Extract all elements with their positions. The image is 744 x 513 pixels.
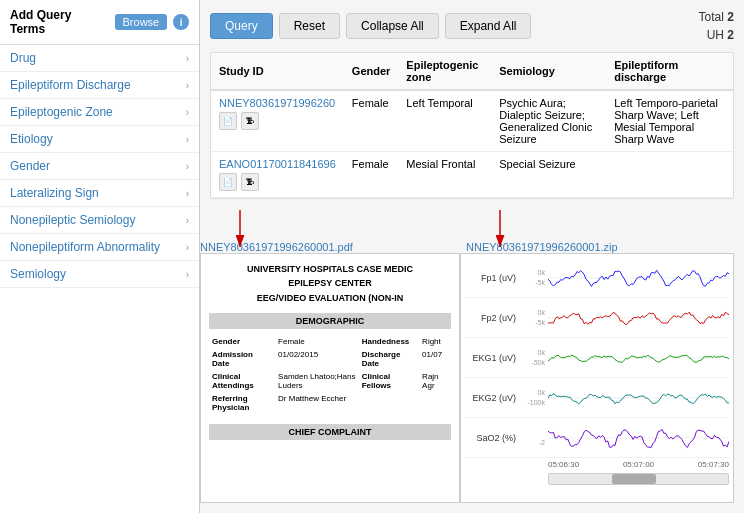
sidebar-item-label-nonepileptic-semiology: Nonepileptic Semiology	[10, 213, 135, 227]
eeg-channels-container: Fp1 (uV)0k-5k Fp2 (uV)0k-5k EKG1 (uV)0k-…	[465, 258, 729, 458]
eeg-channel-3: EKG2 (uV)0k-100k	[465, 378, 729, 418]
eeg-channel-label-2: EKG1 (uV)	[465, 353, 520, 363]
sidebar-item-semiology[interactable]: Semiology›	[0, 261, 199, 288]
sidebar-item-nonepileptic-semiology[interactable]: Nonepileptic Semiology›	[0, 207, 199, 234]
zip-file-icon[interactable]: 🗜	[241, 173, 259, 191]
pdf-gender-value: Female	[275, 335, 359, 348]
eeg-channel-scale-0: 0k-5k	[520, 268, 548, 286]
pdf-handedness-value: Right	[419, 335, 451, 348]
study-id-value[interactable]: NNEY80361971996260	[219, 97, 336, 109]
pdf-file-icon[interactable]: 📄	[219, 173, 237, 191]
eeg-channel-1: Fp2 (uV)0k-5k	[465, 298, 729, 338]
demographic-header: DEMOGRAPHIC	[209, 313, 451, 329]
browse-count: i	[173, 14, 189, 30]
eeg-wave-1	[548, 300, 729, 336]
total-label: Total	[699, 10, 724, 24]
total-info: Total 2 UH 2	[699, 8, 734, 44]
chevron-icon-nonepileptiform-abnormality: ›	[186, 242, 189, 253]
table-column-header: Epileptiform discharge	[606, 53, 733, 90]
sidebar-item-nonepileptiform-abnormality[interactable]: Nonepileptiform Abnormality›	[0, 234, 199, 261]
sidebar-item-label-lateralizing-sign: Lateralizing Sign	[10, 186, 99, 200]
pdf-handedness-label: Handedness	[359, 335, 419, 348]
chief-complaint-header: CHIEF COMPLAINT	[209, 424, 451, 440]
zip-file-icon[interactable]: 🗜	[241, 112, 259, 130]
bottom-section: UNIVERSITY HOSPITALS CASE MEDIC EPILEPSY…	[200, 253, 734, 503]
toolbar: Query Reset Collapse All Expand All Tota…	[200, 0, 744, 52]
total-value: 2	[727, 10, 734, 24]
time-label: 05:07:00	[623, 460, 654, 469]
links-arrows-area: NNEY80361971996260001.pdf NNEY8036197199…	[200, 205, 734, 253]
pdf-link[interactable]: NNEY80361971996260001.pdf	[200, 241, 353, 253]
eeg-scrollbar-thumb[interactable]	[612, 474, 657, 484]
eeg-wave-svg-4	[548, 420, 729, 456]
sidebar-item-gender[interactable]: Gender›	[0, 153, 199, 180]
eeg-link[interactable]: NNEY80361971996260001.zip	[466, 241, 618, 253]
collapse-all-button[interactable]: Collapse All	[346, 13, 439, 39]
pdf-file-icon[interactable]: 📄	[219, 112, 237, 130]
table-cell-epileptogenic-zone: Mesial Frontal	[398, 152, 491, 198]
eeg-wave-svg-2	[548, 340, 729, 376]
table-cell-epileptogenic-zone: Left Temporal	[398, 90, 491, 152]
table-column-header: Gender	[344, 53, 399, 90]
eeg-wave-4	[548, 420, 729, 456]
chevron-icon-nonepileptic-semiology: ›	[186, 215, 189, 226]
table-column-header: Semiology	[491, 53, 606, 90]
sidebar-item-etiology[interactable]: Etiology›	[0, 126, 199, 153]
chevron-icon-epileptiform-discharge: ›	[186, 80, 189, 91]
table-cell-gender: Female	[344, 90, 399, 152]
sidebar: Add Query Terms Browse i Drug›Epileptifo…	[0, 0, 200, 513]
table-cell-epileptiform-discharge: Left Temporo-parietal Sharp Wave; Left M…	[606, 90, 733, 152]
eeg-channel-scale-3: 0k-100k	[520, 388, 548, 406]
table-column-header: Epileptogenic zone	[398, 53, 491, 90]
sidebar-item-label-drug: Drug	[10, 51, 36, 65]
time-label: 05:06:30	[548, 460, 579, 469]
reset-button[interactable]: Reset	[279, 13, 340, 39]
sidebar-item-drug[interactable]: Drug›	[0, 45, 199, 72]
eeg-channel-scale-2: 0k-50k	[520, 348, 548, 366]
pdf-referring-label: Referring Physician	[209, 392, 275, 414]
sidebar-item-epileptogenic-zone[interactable]: Epileptogenic Zone›	[0, 99, 199, 126]
pdf-admission-label: Admission Date	[209, 348, 275, 370]
pdf-attendings-label: Clinical Attendings	[209, 370, 275, 392]
sidebar-item-label-etiology: Etiology	[10, 132, 53, 146]
sidebar-item-label-semiology: Semiology	[10, 267, 66, 281]
uh-label: UH	[707, 28, 724, 42]
eeg-wave-svg-1	[548, 300, 729, 336]
chevron-icon-epileptogenic-zone: ›	[186, 107, 189, 118]
pdf-demographic-table: Gender Female Handedness Right Admission…	[209, 335, 451, 414]
eeg-channel-scale-4: -2	[520, 428, 548, 446]
chevron-icon-lateralizing-sign: ›	[186, 188, 189, 199]
sidebar-item-lateralizing-sign[interactable]: Lateralizing Sign›	[0, 180, 199, 207]
eeg-preview-panel: Fp1 (uV)0k-5k Fp2 (uV)0k-5k EKG1 (uV)0k-…	[460, 253, 734, 503]
table-column-header: Study ID	[211, 53, 344, 90]
table-cell-study-id: NNEY80361971996260 📄 🗜	[211, 90, 344, 152]
time-label: 05:07:30	[698, 460, 729, 469]
main-content: Query Reset Collapse All Expand All Tota…	[200, 0, 744, 513]
pdf-fellows-value: Rajn Agr	[419, 370, 451, 392]
eeg-wave-0	[548, 260, 729, 296]
chevron-icon-etiology: ›	[186, 134, 189, 145]
eeg-scrollbar[interactable]	[548, 473, 729, 485]
eeg-channel-4: SaO2 (%) -2	[465, 418, 729, 458]
eeg-wave-3	[548, 380, 729, 416]
table-cell-gender: Female	[344, 152, 399, 198]
pdf-title: UNIVERSITY HOSPITALS CASE MEDIC EPILEPSY…	[209, 262, 451, 305]
table-cell-study-id: EANO01170011841696 📄 🗜	[211, 152, 344, 198]
sidebar-item-label-epileptogenic-zone: Epileptogenic Zone	[10, 105, 113, 119]
eeg-wave-svg-3	[548, 380, 729, 416]
expand-all-button[interactable]: Expand All	[445, 13, 532, 39]
time-axis: 05:06:3005:07:0005:07:30	[548, 458, 729, 471]
eeg-wave-2	[548, 340, 729, 376]
eeg-channel-label-4: SaO2 (%)	[465, 433, 520, 443]
sidebar-item-epileptiform-discharge[interactable]: Epileptiform Discharge›	[0, 72, 199, 99]
eeg-wave-svg-0	[548, 260, 729, 296]
query-button[interactable]: Query	[210, 13, 273, 39]
study-id-value[interactable]: EANO01170011841696	[219, 158, 336, 170]
eeg-channel-0: Fp1 (uV)0k-5k	[465, 258, 729, 298]
chevron-icon-gender: ›	[186, 161, 189, 172]
sidebar-header-label: Add Query Terms	[10, 8, 109, 36]
table-row: NNEY80361971996260 📄 🗜 FemaleLeft Tempor…	[211, 90, 733, 152]
pdf-discharge-label: Discharge Date	[359, 348, 419, 370]
chevron-icon-semiology: ›	[186, 269, 189, 280]
browse-button[interactable]: Browse	[115, 14, 168, 30]
